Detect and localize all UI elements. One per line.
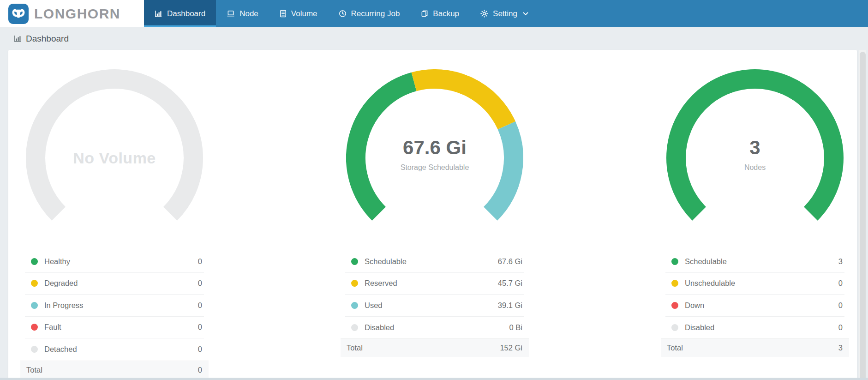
- storage-legend: Schedulable67.6 GiReserved45.7 GiUsed39.…: [341, 251, 529, 357]
- gauge-label: Storage Schedulable: [346, 163, 523, 172]
- legend-value: 0: [198, 323, 202, 332]
- legend-row-disabled: Disabled0: [665, 317, 844, 339]
- legend-dot-teal: [31, 302, 38, 309]
- legend-value: 0: [198, 301, 202, 310]
- bottom-edge-divider: [0, 378, 868, 380]
- server-icon: [280, 10, 287, 18]
- legend-label: Degraded: [44, 279, 198, 288]
- gauge-value: 67.6 Gi: [346, 138, 523, 157]
- main-nav: DashboardNodeVolumeRecurring JobBackupSe…: [144, 0, 868, 27]
- bar-chart-icon: [155, 10, 162, 18]
- volume-chart-column: No VolumeHealthy0Degraded0In Progress0Fa…: [20, 69, 209, 380]
- legend-dot-gray: [351, 324, 358, 331]
- gauge-center: 67.6 GiStorage Schedulable: [346, 138, 523, 172]
- legend-row-reserved: Reserved45.7 Gi: [345, 273, 524, 295]
- legend-value: 67.6 Gi: [498, 257, 522, 266]
- legend-label: Disabled: [365, 323, 509, 332]
- legend-value: 0: [198, 279, 202, 288]
- total-value: 3: [838, 344, 843, 352]
- total-value: 0: [198, 366, 202, 374]
- nav-item-recurring-job[interactable]: Recurring Job: [328, 0, 411, 27]
- gauge-label: Nodes: [666, 163, 844, 172]
- legend-dot-green: [351, 258, 358, 265]
- nav-item-backup[interactable]: Backup: [410, 0, 470, 27]
- legend-label: In Progress: [44, 301, 198, 310]
- brand-name: LONGHORN: [34, 6, 120, 22]
- nav-item-label: Node: [239, 9, 258, 18]
- nodes-gauge: 3Nodes: [666, 69, 844, 247]
- legend-row-unschedulable: Unschedulable0: [665, 273, 844, 295]
- volume-legend: Healthy0Degraded0In Progress0Fault0Detac…: [20, 251, 209, 379]
- legend-row-down: Down0: [665, 295, 844, 317]
- copy-icon: [421, 10, 428, 18]
- legend-label: Detached: [44, 345, 198, 354]
- legend-row-schedulable: Schedulable3: [665, 251, 844, 273]
- nav-item-label: Dashboard: [167, 9, 205, 18]
- nav-item-label: Recurring Job: [351, 9, 400, 18]
- legend-value: 0: [838, 323, 843, 332]
- legend-dot-yellow: [31, 280, 38, 287]
- scrollbar-thumb[interactable]: [860, 52, 866, 380]
- legend-label: Healthy: [44, 257, 198, 266]
- legend-row-degraded: Degraded0: [25, 273, 204, 295]
- total-value: 152 Gi: [500, 344, 522, 352]
- legend-total-row: Total152 Gi: [341, 338, 529, 357]
- legend-dot-teal: [351, 302, 358, 309]
- total-label: Total: [26, 366, 198, 374]
- scrollbar-track[interactable]: [859, 50, 866, 380]
- nav-item-dashboard[interactable]: Dashboard: [144, 0, 216, 27]
- nav-item-volume[interactable]: Volume: [269, 0, 328, 27]
- gauge-empty-label: No Volume: [26, 149, 203, 167]
- legend-value: 0: [838, 301, 843, 310]
- legend-value: 39.1 Gi: [498, 301, 522, 310]
- nav-item-node[interactable]: Node: [216, 0, 269, 27]
- legend-row-healthy: Healthy0: [25, 251, 204, 273]
- legend-row-schedulable: Schedulable67.6 Gi: [345, 251, 524, 273]
- legend-value: 45.7 Gi: [498, 279, 522, 288]
- legend-label: Schedulable: [365, 257, 498, 266]
- breadcrumb: Dashboard: [0, 27, 868, 50]
- laptop-icon: [227, 10, 235, 18]
- legend-label: Used: [365, 301, 498, 310]
- legend-row-fault: Fault0: [25, 317, 204, 339]
- legend-value: 0: [198, 257, 202, 266]
- gauge-value: 3: [666, 138, 844, 157]
- legend-label: Disabled: [685, 323, 838, 332]
- total-label: Total: [347, 344, 500, 352]
- legend-row-in-progress: In Progress0: [25, 295, 204, 317]
- legend-total-row: Total0: [20, 361, 209, 379]
- nav-item-label: Setting: [493, 9, 517, 18]
- legend-value: 0: [198, 345, 202, 354]
- top-nav-bar: LONGHORN DashboardNodeVolumeRecurring Jo…: [0, 0, 868, 27]
- page-title: Dashboard: [26, 34, 69, 44]
- bull-icon: [8, 4, 29, 24]
- legend-label: Fault: [44, 323, 198, 332]
- legend-label: Down: [685, 301, 838, 310]
- nav-item-label: Volume: [291, 9, 317, 18]
- legend-dot-red: [31, 324, 38, 331]
- bar-chart-icon: [14, 35, 22, 42]
- legend-label: Reserved: [365, 279, 498, 288]
- storage-chart-column: 67.6 GiStorage SchedulableSchedulable67.…: [341, 69, 529, 380]
- legend-row-used: Used39.1 Gi: [345, 295, 524, 317]
- legend-total-row: Total3: [661, 338, 849, 357]
- dashboard-main: No VolumeHealthy0Degraded0In Progress0Fa…: [0, 50, 868, 380]
- legend-dot-red: [671, 302, 678, 309]
- chevron-down-icon: [523, 12, 528, 16]
- dashboard-card: No VolumeHealthy0Degraded0In Progress0Fa…: [8, 50, 857, 380]
- legend-row-disabled: Disabled0 Bi: [345, 317, 524, 339]
- legend-value: 0 Bi: [509, 323, 522, 332]
- volume-gauge: No Volume: [26, 69, 203, 247]
- legend-label: Schedulable: [685, 257, 838, 266]
- total-label: Total: [667, 344, 838, 352]
- storage-gauge: 67.6 GiStorage Schedulable: [346, 69, 523, 247]
- longhorn-logo[interactable]: LONGHORN: [0, 0, 144, 27]
- legend-value: 0: [838, 279, 843, 288]
- legend-dot-green: [31, 258, 38, 265]
- gear-icon: [480, 10, 488, 18]
- nav-item-setting[interactable]: Setting: [470, 0, 539, 27]
- nodes-legend: Schedulable3Unschedulable0Down0Disabled0…: [661, 251, 849, 357]
- legend-value: 3: [838, 257, 843, 266]
- legend-dot-green: [671, 258, 678, 265]
- legend-dot-gray: [31, 346, 38, 353]
